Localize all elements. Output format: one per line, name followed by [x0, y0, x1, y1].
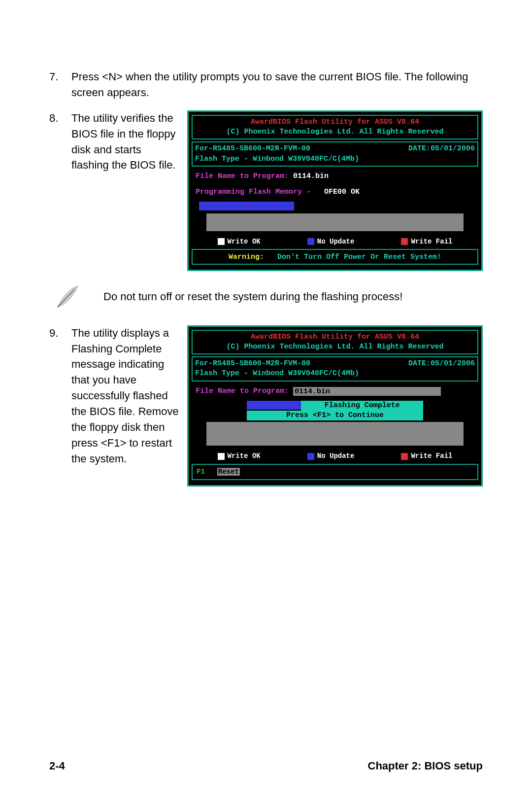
step-text: The utility verifies the BIOS file in th…: [71, 110, 187, 174]
prog-value: OFE00 OK: [324, 188, 360, 196]
file-value: 0114.bin: [295, 387, 330, 397]
complete-message: Flashing Complete Press <F1> to Continue: [192, 399, 478, 449]
legend-write-ok: Write OK: [218, 452, 261, 461]
legend-no-update: No Update: [307, 452, 355, 461]
step-number: 9.: [49, 325, 71, 467]
step-8: 8. The utility verifies the BIOS file in…: [49, 110, 187, 174]
bios-copyright: (C) Phoenix Technologies Ltd. All Rights…: [195, 127, 475, 137]
bios-header: AwardBIOS Flash Utility for ASUS V8.64 (…: [192, 115, 478, 140]
file-label: File Name to Program:: [196, 386, 289, 396]
legend-label: No Update: [317, 452, 355, 461]
prog-line: Programming Flash Memory - OFE00 OK: [192, 184, 478, 200]
legend-write-fail: Write Fail: [401, 452, 452, 461]
note-text: Do not turn off or reset the system duri…: [103, 290, 402, 303]
file-label: File Name to Program:: [196, 172, 289, 181]
flash-type: Flash Type - Winbond W39V040FC/C(4Mb): [195, 154, 475, 164]
date-value: 05/01/2006: [431, 144, 475, 154]
white-square-icon: [218, 453, 225, 460]
bios-info: For-RS485-SB600-M2R-FVM-00 DATE: 05/01/2…: [192, 356, 478, 382]
bios-info: For-RS485-SB600-M2R-FVM-00 DATE: 05/01/2…: [192, 141, 478, 167]
page-footer: 2-4 Chapter 2: BIOS setup: [49, 760, 483, 772]
file-value: 0114.bin: [293, 172, 329, 181]
step-7: 7. Press <N> when the utility prompts yo…: [49, 69, 483, 101]
bios-title: AwardBIOS Flash Utility for ASUS V8.64: [195, 117, 475, 127]
legend-label: No Update: [317, 237, 355, 246]
step-text: The utility displays a Flashing Complete…: [71, 325, 187, 467]
step-text: Press <N> when the utility prompts you t…: [71, 69, 483, 101]
feather-icon: [54, 283, 81, 311]
date-label: DATE:: [408, 144, 431, 154]
step-number: 7.: [49, 69, 71, 101]
msg-flashing-complete: Flashing Complete: [301, 401, 423, 411]
legend-row: Write OK No Update Write Fail: [192, 449, 478, 464]
f1-label: F1: [197, 468, 205, 476]
legend-write-ok: Write OK: [218, 237, 261, 246]
legend-row: Write OK No Update Write Fail: [192, 234, 478, 249]
blue-square-icon: [307, 453, 314, 460]
bios-title: AwardBIOS Flash Utility for ASUS V8.64: [195, 332, 475, 342]
bios-window-1: AwardBIOS Flash Utility for ASUS V8.64 (…: [187, 110, 483, 271]
step-9-row: 9. The utility displays a Flashing Compl…: [49, 325, 483, 487]
red-square-icon: [401, 238, 408, 245]
file-line: File Name to Program: 0114.bin: [192, 169, 478, 184]
warning-text: Don't Turn Off Power Or Reset System!: [277, 253, 441, 261]
step-number: 8.: [49, 110, 71, 174]
msg-press-f1: Press <F1> to Continue: [247, 411, 424, 420]
step-9: 9. The utility displays a Flashing Compl…: [49, 325, 187, 467]
reset-label: Reset: [217, 468, 240, 476]
page-number: 2-4: [49, 760, 65, 772]
step-8-row: 8. The utility verifies the BIOS file in…: [49, 110, 483, 271]
file-line: File Name to Program: 0114.bin: [192, 384, 478, 399]
warning-prefix: Warning:: [229, 253, 264, 261]
date-value: 05/01/2006: [431, 359, 475, 369]
chapter-title: Chapter 2: BIOS setup: [368, 760, 483, 772]
date-label: DATE:: [408, 359, 431, 369]
bios-header: AwardBIOS Flash Utility for ASUS V8.64 (…: [192, 330, 478, 355]
blue-square-icon: [307, 238, 314, 245]
white-square-icon: [218, 238, 225, 245]
flash-type: Flash Type - Winbond W39V040FC/C(4Mb): [195, 369, 475, 379]
legend-write-fail: Write Fail: [401, 237, 452, 246]
legend-label: Write Fail: [411, 452, 452, 461]
for-line: For-RS485-SB600-M2R-FVM-00: [195, 144, 310, 154]
progress-bars: [192, 200, 478, 234]
legend-label: Write OK: [228, 452, 261, 461]
red-square-icon: [401, 453, 408, 460]
bios-copyright: (C) Phoenix Technologies Ltd. All Rights…: [195, 342, 475, 352]
note-row: Do not turn off or reset the system duri…: [54, 283, 483, 311]
legend-label: Write Fail: [411, 237, 452, 246]
reset-line: F1 Reset: [192, 464, 478, 480]
warning-line: Warning: Don't Turn Off Power Or Reset S…: [192, 249, 478, 264]
for-line: For-RS485-SB600-M2R-FVM-00: [195, 359, 310, 369]
prog-label: Programming Flash Memory -: [196, 188, 311, 196]
legend-label: Write OK: [228, 237, 261, 246]
bios-window-2: AwardBIOS Flash Utility for ASUS V8.64 (…: [187, 325, 483, 487]
legend-no-update: No Update: [307, 237, 355, 246]
